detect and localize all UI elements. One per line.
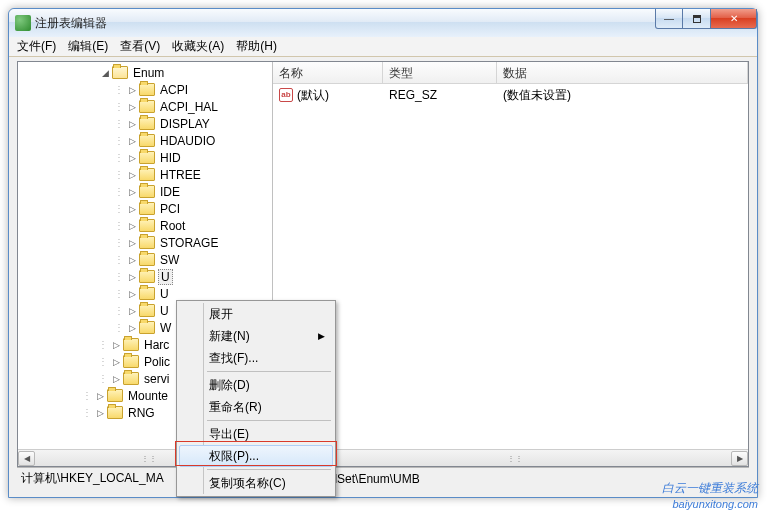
- regedit-window: 注册表编辑器 — ✕ 文件(F) 编辑(E) 查看(V) 收藏夹(A) 帮助(H…: [8, 8, 758, 498]
- menu-view[interactable]: 查看(V): [114, 36, 166, 57]
- tree-item[interactable]: ⋮▷DISPLAY: [18, 115, 272, 132]
- menu-bar: 文件(F) 编辑(E) 查看(V) 收藏夹(A) 帮助(H): [9, 37, 757, 57]
- folder-icon: [123, 338, 139, 351]
- menu-file[interactable]: 文件(F): [11, 36, 62, 57]
- tree-item-enum[interactable]: ◢Enum: [18, 64, 272, 81]
- expand-icon[interactable]: ▷: [125, 204, 139, 214]
- tree-label: STORAGE: [158, 236, 220, 250]
- menu-help[interactable]: 帮助(H): [230, 36, 283, 57]
- folder-icon: [139, 287, 155, 300]
- folder-icon: [139, 168, 155, 181]
- menu-delete[interactable]: 删除(D): [179, 374, 333, 396]
- tree-label: Mounte: [126, 389, 170, 403]
- expand-icon[interactable]: ▷: [125, 187, 139, 197]
- expand-icon[interactable]: ▷: [125, 306, 139, 316]
- expand-icon[interactable]: ▷: [125, 153, 139, 163]
- tree-item[interactable]: ⋮▷HID: [18, 149, 272, 166]
- menu-favorites[interactable]: 收藏夹(A): [166, 36, 230, 57]
- menu-expand[interactable]: 展开: [179, 303, 333, 325]
- title-bar: 注册表编辑器 — ✕: [9, 9, 757, 37]
- folder-icon: [123, 355, 139, 368]
- window-title: 注册表编辑器: [35, 15, 755, 32]
- folder-icon: [139, 100, 155, 113]
- tree-item[interactable]: ⋮▷HTREE: [18, 166, 272, 183]
- expand-icon[interactable]: ▷: [109, 340, 123, 350]
- menu-rename[interactable]: 重命名(R): [179, 396, 333, 418]
- folder-icon: [139, 202, 155, 215]
- watermark-text: 白云一键重装系统: [662, 480, 758, 496]
- tree-label: U: [158, 287, 171, 301]
- expand-icon[interactable]: ▷: [125, 255, 139, 265]
- tree-label: DISPLAY: [158, 117, 212, 131]
- tree-item[interactable]: ⋮▷IDE: [18, 183, 272, 200]
- scroll-grip-icon[interactable]: ⋮⋮: [141, 454, 149, 463]
- menu-edit[interactable]: 编辑(E): [62, 36, 114, 57]
- scroll-grip-icon[interactable]: ⋮⋮: [507, 454, 515, 463]
- tree-label: IDE: [158, 185, 182, 199]
- folder-icon: [139, 83, 155, 96]
- list-hscrollbar[interactable]: ◀ ⋮⋮ ▶: [273, 449, 748, 466]
- menu-new[interactable]: 新建(N)▶: [179, 325, 333, 347]
- scroll-left-button[interactable]: ◀: [18, 451, 35, 466]
- folder-icon: [139, 253, 155, 266]
- tree-label: U: [158, 269, 173, 285]
- expand-icon[interactable]: ▷: [125, 85, 139, 95]
- expand-icon[interactable]: ▷: [125, 119, 139, 129]
- expand-icon[interactable]: ▷: [125, 238, 139, 248]
- expand-icon[interactable]: ▷: [93, 408, 107, 418]
- col-name[interactable]: 名称: [273, 62, 383, 83]
- tree-label: Root: [158, 219, 187, 233]
- close-button[interactable]: ✕: [711, 9, 757, 29]
- list-header: 名称 类型 数据: [273, 62, 748, 84]
- tree-item[interactable]: ⋮▷ACPI_HAL: [18, 98, 272, 115]
- tree-label: HDAUDIO: [158, 134, 217, 148]
- highlight-box: [175, 441, 337, 466]
- tree-item[interactable]: ⋮▷STORAGE: [18, 234, 272, 251]
- expand-icon[interactable]: ▷: [109, 357, 123, 367]
- expand-icon[interactable]: ▷: [125, 102, 139, 112]
- tree-item[interactable]: ⋮▷Root: [18, 217, 272, 234]
- menu-find[interactable]: 查找(F)...: [179, 347, 333, 369]
- tree-item-selected[interactable]: ⋮▷U: [18, 268, 272, 285]
- folder-icon: [139, 151, 155, 164]
- maximize-button[interactable]: [683, 9, 711, 29]
- value-name: (默认): [297, 87, 329, 104]
- minimize-button[interactable]: —: [655, 9, 683, 29]
- folder-icon: [139, 321, 155, 334]
- folder-icon: [139, 185, 155, 198]
- submenu-arrow-icon: ▶: [318, 331, 325, 341]
- tree-label: Harc: [142, 338, 171, 352]
- expand-icon[interactable]: ▷: [125, 136, 139, 146]
- regedit-icon: [15, 15, 31, 31]
- list-body[interactable]: ab(默认) REG_SZ (数值未设置): [273, 84, 748, 449]
- expand-icon[interactable]: ▷: [125, 221, 139, 231]
- menu-separator: [207, 420, 331, 421]
- tree-item[interactable]: ⋮▷ACPI: [18, 81, 272, 98]
- expand-icon[interactable]: ▷: [125, 289, 139, 299]
- tree-item[interactable]: ⋮▷HDAUDIO: [18, 132, 272, 149]
- expand-icon[interactable]: ▷: [125, 323, 139, 333]
- folder-icon: [107, 389, 123, 402]
- status-path: 计算机\HKEY_LOCAL_MA: [21, 470, 164, 487]
- scroll-right-button[interactable]: ▶: [731, 451, 748, 466]
- expand-icon[interactable]: ▷: [125, 272, 139, 282]
- tree-label: Polic: [142, 355, 172, 369]
- folder-icon: [139, 117, 155, 130]
- expand-icon[interactable]: ▷: [109, 374, 123, 384]
- watermark-url: baiyunxitong.com: [662, 496, 758, 512]
- tree-item[interactable]: ⋮▷SW: [18, 251, 272, 268]
- tree-item[interactable]: ⋮▷PCI: [18, 200, 272, 217]
- context-menu: 展开 新建(N)▶ 查找(F)... 删除(D) 重命名(R) 导出(E) 权限…: [176, 300, 336, 497]
- expand-icon[interactable]: ▷: [125, 170, 139, 180]
- collapse-icon[interactable]: ◢: [98, 68, 112, 78]
- expand-icon[interactable]: ▷: [93, 391, 107, 401]
- col-data[interactable]: 数据: [497, 62, 748, 83]
- tree-label: SW: [158, 253, 181, 267]
- menu-copy-key-name[interactable]: 复制项名称(C): [179, 472, 333, 494]
- tree-label: W: [158, 321, 173, 335]
- tree-label: servi: [142, 372, 171, 386]
- list-row[interactable]: ab(默认) REG_SZ (数值未设置): [273, 86, 748, 104]
- tree-label: ACPI: [158, 83, 190, 97]
- folder-icon: [139, 134, 155, 147]
- col-type[interactable]: 类型: [383, 62, 497, 83]
